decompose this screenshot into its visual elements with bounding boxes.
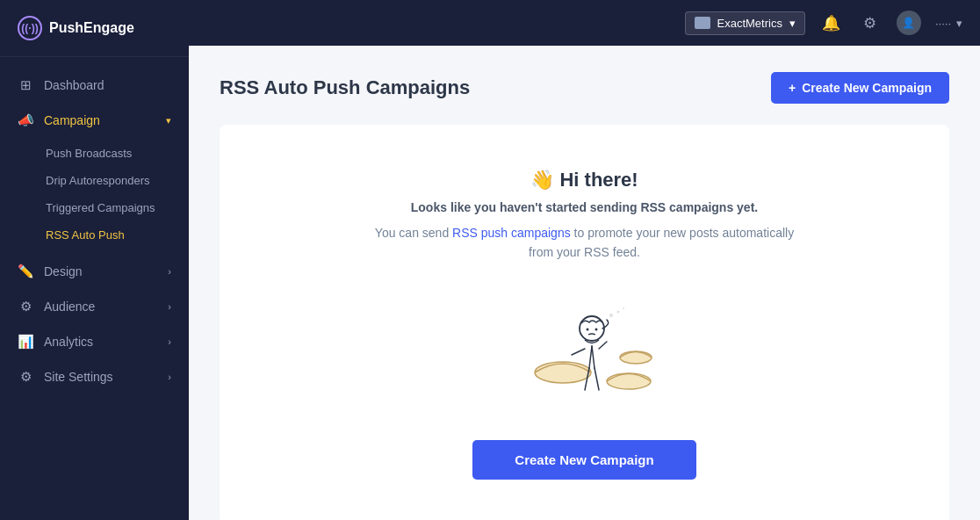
sidebar-item-dashboard[interactable]: ⊞ Dashboard <box>0 68 189 103</box>
drip-autoresponders-label: Drip Autoresponders <box>46 174 150 187</box>
sidebar-item-label: Design <box>44 264 83 278</box>
sidebar-item-label: Dashboard <box>44 78 104 92</box>
page-title: RSS Auto Push Campaigns <box>220 76 470 99</box>
site-name: ExactMetrics <box>717 17 782 30</box>
site-thumbnail <box>695 17 710 29</box>
page-header: RSS Auto Push Campaigns + Create New Cam… <box>220 72 949 104</box>
plus-icon: + <box>789 81 796 95</box>
svg-point-5 <box>594 328 597 330</box>
triggered-campaigns-label: Triggered Campaigns <box>46 201 155 214</box>
svg-point-6 <box>609 314 613 317</box>
empty-state-illustration <box>497 289 673 412</box>
campaign-icon: 📣 <box>18 112 33 128</box>
svg-point-4 <box>586 328 588 330</box>
cta-label: Create New Campaign <box>515 452 653 467</box>
rss-campaigns-link[interactable]: RSS push campaigns <box>452 226 571 240</box>
design-icon: ✏️ <box>18 264 33 279</box>
empty-desc-text: You can send RSS push campaigns to promo… <box>375 226 794 259</box>
app-logo[interactable]: ((·)) PushEngage <box>0 0 189 57</box>
sidebar-item-label: Site Settings <box>44 370 113 384</box>
site-selector[interactable]: ExactMetrics ▾ <box>685 11 805 35</box>
chevron-down-icon: ▾ <box>789 17 796 30</box>
site-settings-icon: ⚙ <box>18 369 33 385</box>
avatar[interactable]: 👤 <box>897 11 921 35</box>
sidebar-item-label: Campaign <box>44 113 100 127</box>
user-menu[interactable]: ····· ▾ <box>935 17 962 30</box>
sidebar-item-label: Audience <box>44 300 95 314</box>
sidebar-item-push-broadcasts[interactable]: Push Broadcasts <box>0 140 189 167</box>
sidebar-item-triggered-campaigns[interactable]: Triggered Campaigns <box>0 194 189 221</box>
sidebar-item-campaign[interactable]: 📣 Campaign ▾ <box>0 103 189 138</box>
sidebar-item-rss-auto-push[interactable]: RSS Auto Push <box>0 221 189 249</box>
username-label: ····· <box>935 17 951 30</box>
notifications-icon[interactable]: 🔔 <box>819 11 844 35</box>
svg-point-7 <box>616 310 619 313</box>
campaign-sub-nav: Push Broadcasts Drip Autoresponders Trig… <box>0 138 189 254</box>
create-btn-label: Create New Campaign <box>802 81 932 95</box>
sidebar-item-label: Analytics <box>44 335 93 349</box>
logo-icon: ((·)) <box>18 16 42 40</box>
empty-subtitle: Looks like you haven't started sending R… <box>411 200 758 214</box>
empty-state-card: 👋 Hi there! Looks like you haven't start… <box>220 125 949 520</box>
sidebar-item-drip-autoresponders[interactable]: Drip Autoresponders <box>0 167 189 194</box>
app-name: PushEngage <box>49 20 134 36</box>
create-campaign-button-header[interactable]: + Create New Campaign <box>771 72 949 104</box>
settings-icon[interactable]: ⚙ <box>858 11 883 35</box>
content-area: RSS Auto Push Campaigns + Create New Cam… <box>189 46 980 520</box>
chevron-down-icon: ▾ <box>166 115 171 126</box>
sidebar-item-site-settings[interactable]: ⚙ Site Settings › <box>0 359 189 394</box>
topbar: ExactMetrics ▾ 🔔 ⚙ 👤 ····· ▾ <box>189 0 980 46</box>
audience-icon: ⚙ <box>18 299 33 314</box>
analytics-icon: 📊 <box>18 334 33 350</box>
dashboard-icon: ⊞ <box>18 77 33 93</box>
chevron-right-icon: › <box>168 301 171 312</box>
sidebar-nav: ⊞ Dashboard 📣 Campaign ▾ Push Broadcasts… <box>0 57 189 520</box>
svg-point-3 <box>580 316 604 341</box>
chevron-right-icon: › <box>168 372 171 382</box>
rss-auto-push-label: RSS Auto Push <box>46 228 125 242</box>
chevron-right-icon: › <box>168 336 171 347</box>
sidebar-item-audience[interactable]: ⚙ Audience › <box>0 289 189 324</box>
greeting-emoji: 👋 <box>530 169 554 191</box>
empty-description: You can send RSS push campaigns to promo… <box>374 223 796 263</box>
sidebar-item-analytics[interactable]: 📊 Analytics › <box>0 324 189 359</box>
push-broadcasts-label: Push Broadcasts <box>46 147 132 160</box>
sidebar-item-design[interactable]: ✏️ Design › <box>0 254 189 289</box>
svg-point-8 <box>623 307 624 309</box>
sidebar: ((·)) PushEngage ⊞ Dashboard 📣 Campaign … <box>0 0 189 520</box>
greeting-text: 👋 Hi there! <box>530 169 638 191</box>
create-campaign-button-cta[interactable]: Create New Campaign <box>472 440 695 480</box>
main-area: ExactMetrics ▾ 🔔 ⚙ 👤 ····· ▾ RSS Auto Pu… <box>189 0 980 520</box>
user-chevron-icon: ▾ <box>956 17 962 30</box>
greeting-main: Hi there! <box>559 169 638 191</box>
chevron-right-icon: › <box>168 266 171 277</box>
